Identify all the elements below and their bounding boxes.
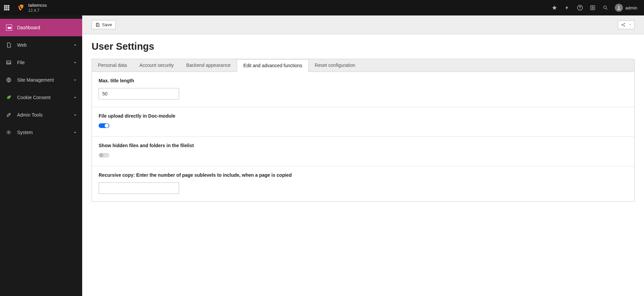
sidebar-item-web[interactable]: Web bbox=[0, 36, 82, 54]
bookmark-icon[interactable] bbox=[551, 4, 558, 11]
topbar: tailwincss 12.4.7 admin bbox=[0, 0, 644, 15]
svg-point-3 bbox=[618, 6, 620, 8]
chevron-down-icon bbox=[73, 96, 77, 99]
show-hidden-toggle[interactable] bbox=[99, 153, 109, 158]
field-label: Recursive copy: Enter the number of page… bbox=[99, 172, 628, 178]
rocket-icon bbox=[5, 112, 17, 118]
svg-point-2 bbox=[603, 6, 606, 9]
file-upload-doc-toggle[interactable] bbox=[99, 123, 109, 128]
save-icon bbox=[95, 23, 100, 27]
field-label: Max. title length bbox=[99, 78, 628, 83]
topbar-right: admin bbox=[551, 4, 644, 12]
tab-account-security[interactable]: Account security bbox=[133, 59, 180, 72]
save-button-label: Save bbox=[102, 22, 112, 27]
chevron-down-icon bbox=[73, 61, 77, 64]
main-area: Save User Settings Personal data Account… bbox=[82, 15, 644, 296]
site-name: tailwincss bbox=[28, 3, 47, 8]
chevron-down-icon bbox=[73, 113, 77, 117]
leaf-icon bbox=[5, 94, 17, 100]
chevron-down-icon bbox=[73, 78, 77, 82]
svg-point-0 bbox=[580, 9, 580, 9]
sidebar-item-label: Web bbox=[17, 42, 77, 48]
toggle-knob bbox=[105, 124, 109, 128]
save-button[interactable]: Save bbox=[92, 20, 116, 29]
sidebar-item-label: File bbox=[17, 60, 77, 65]
avatar-icon bbox=[615, 4, 623, 12]
content: User Settings Personal data Account secu… bbox=[82, 34, 644, 208]
sidebar: Dashboard Web File Site Management Cooki… bbox=[0, 15, 82, 296]
sidebar-item-file[interactable]: File bbox=[0, 54, 82, 71]
svg-rect-8 bbox=[97, 23, 98, 24]
field-recursive-copy: Recursive copy: Enter the number of page… bbox=[92, 166, 634, 201]
recursive-copy-input[interactable] bbox=[99, 182, 179, 194]
dashboard-icon bbox=[5, 25, 17, 31]
max-title-length-input[interactable] bbox=[99, 88, 179, 99]
sidebar-item-dashboard[interactable]: Dashboard bbox=[0, 19, 82, 36]
field-show-hidden: Show hidden files and folders in the fil… bbox=[92, 137, 634, 166]
brand-text: tailwincss 12.4.7 bbox=[28, 3, 47, 13]
caret-down-icon bbox=[629, 24, 632, 26]
tab-reset-configuration[interactable]: Reset configuration bbox=[309, 59, 362, 72]
tab-backend-appearance[interactable]: Backend appearance bbox=[180, 59, 237, 72]
tabs: Personal data Account security Backend a… bbox=[92, 59, 635, 72]
apps-grid-icon bbox=[4, 5, 9, 10]
topbar-left: tailwincss 12.4.7 bbox=[0, 0, 50, 15]
globe-icon bbox=[5, 77, 17, 83]
sidebar-item-label: System bbox=[17, 130, 77, 135]
sidebar-item-cookie-consent[interactable]: Cookie Consent bbox=[0, 89, 82, 106]
apps-menu-button[interactable] bbox=[0, 0, 13, 15]
field-file-upload-doc: File upload directly in Doc-module bbox=[92, 107, 634, 137]
field-label: Show hidden files and folders in the fil… bbox=[99, 143, 628, 148]
site-version: 12.4.7 bbox=[28, 8, 47, 13]
typo3-logo-icon bbox=[17, 4, 25, 12]
chevron-down-icon bbox=[73, 43, 77, 47]
page-title: User Settings bbox=[92, 41, 635, 52]
gear-icon bbox=[5, 130, 17, 135]
sidebar-item-label: Cookie Consent bbox=[17, 95, 77, 100]
page-icon bbox=[5, 42, 17, 48]
docheader: Save bbox=[82, 15, 644, 34]
list-icon[interactable] bbox=[589, 4, 596, 11]
sidebar-item-system[interactable]: System bbox=[0, 124, 82, 141]
toggle-knob bbox=[99, 153, 103, 157]
svg-rect-9 bbox=[97, 25, 99, 27]
sidebar-item-admin-tools[interactable]: Admin Tools bbox=[0, 106, 82, 124]
help-icon[interactable] bbox=[577, 4, 583, 11]
tab-edit-advanced-functions[interactable]: Edit and advanced functions bbox=[237, 59, 309, 72]
tab-panel: Max. title length File upload directly i… bbox=[92, 72, 635, 202]
search-icon[interactable] bbox=[602, 4, 609, 11]
field-label: File upload directly in Doc-module bbox=[99, 113, 628, 119]
chevron-down-icon bbox=[73, 131, 77, 134]
svg-point-7 bbox=[8, 132, 9, 133]
share-dropdown-button[interactable] bbox=[618, 20, 635, 29]
brand[interactable]: tailwincss 12.4.7 bbox=[13, 0, 50, 15]
field-max-title-length: Max. title length bbox=[92, 72, 634, 107]
flash-icon[interactable] bbox=[564, 4, 571, 11]
sidebar-item-label: Admin Tools bbox=[17, 112, 77, 118]
sidebar-item-site-management[interactable]: Site Management bbox=[0, 71, 82, 89]
svg-point-6 bbox=[9, 114, 9, 115]
sidebar-item-label: Site Management bbox=[17, 77, 77, 83]
user-menu[interactable]: admin bbox=[615, 4, 637, 12]
user-name-label: admin bbox=[626, 5, 637, 10]
sidebar-item-label: Dashboard bbox=[17, 25, 77, 30]
share-icon bbox=[621, 23, 626, 27]
image-icon bbox=[5, 60, 17, 65]
tab-personal-data[interactable]: Personal data bbox=[92, 59, 133, 72]
